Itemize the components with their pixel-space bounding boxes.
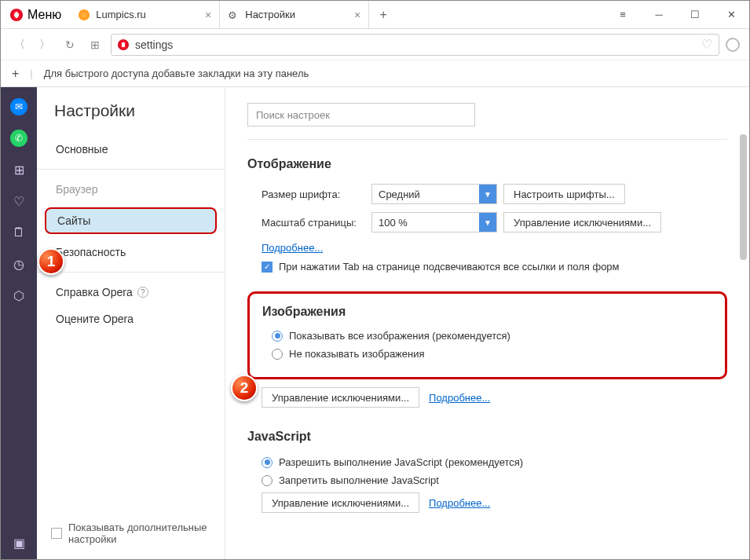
font-size-label: Размер шрифта: — [262, 188, 371, 200]
js-allow-radio[interactable]: Разрешить выполнение JavaScript (рекомен… — [262, 456, 727, 468]
sidebar-collapse-icon[interactable]: ▣ — [10, 534, 27, 551]
messenger-icon[interactable]: ✉ — [10, 98, 27, 115]
images-manage-exceptions-button[interactable]: Управление исключениями... — [262, 387, 419, 408]
url-text: settings — [135, 38, 695, 51]
tab-settings[interactable]: Настройки × — [220, 1, 369, 28]
back-button[interactable]: 〈 — [10, 35, 29, 54]
settings-search-input[interactable]: Поиск настроек — [247, 103, 475, 126]
news-icon[interactable]: 🗒 — [10, 224, 27, 241]
annotation-badge-1: 1 — [38, 248, 64, 275]
section-display-heading: Отображение — [247, 157, 727, 171]
js-manage-exceptions-button[interactable]: Управление исключениями... — [262, 492, 419, 513]
heart-sidebar-icon[interactable]: ♡ — [10, 192, 27, 210]
speed-dial-icon[interactable]: ⊞ — [10, 161, 27, 178]
manage-exceptions-button[interactable]: Управление исключениями... — [503, 212, 661, 232]
opera-icon — [10, 9, 23, 21]
favicon-icon — [79, 9, 90, 20]
forward-button[interactable]: 〉 — [35, 35, 54, 54]
menu-label: Меню — [27, 8, 61, 22]
settings-title: Настройки — [37, 101, 225, 136]
radio-checked-icon[interactable] — [272, 331, 283, 342]
tab-highlight-label: При нажатии Tab на странице подсвечивают… — [279, 261, 620, 273]
images-show-all-radio[interactable]: Показывать все изображения (рекомендуетс… — [272, 330, 712, 342]
whatsapp-icon[interactable]: ✆ — [10, 130, 27, 147]
sidebar-iconbar: ✉ ✆ ⊞ ♡ 🗒 ◷ ⬡ ▣ — [1, 87, 37, 560]
menu-button[interactable]: Меню — [1, 1, 71, 28]
annotation-badge-2: 2 — [231, 375, 258, 401]
advanced-settings-toggle[interactable]: Показывать дополнительные настройки — [37, 522, 225, 550]
close-icon[interactable]: × — [354, 9, 360, 21]
configure-fonts-button[interactable]: Настроить шрифты... — [503, 184, 625, 204]
close-window-icon[interactable]: ✕ — [713, 1, 749, 28]
checkbox-checked-icon[interactable]: ✓ — [262, 262, 273, 273]
window-controls: ≡ ─ ☐ ✕ — [605, 1, 749, 28]
new-tab-button[interactable]: + — [369, 1, 397, 28]
close-icon[interactable]: × — [205, 9, 211, 21]
page-zoom-label: Масштаб страницы: — [262, 217, 371, 229]
tab-label: Настройки — [245, 9, 295, 20]
reload-button[interactable]: ↻ — [60, 35, 79, 54]
profile-icon[interactable] — [726, 38, 740, 52]
chevron-down-icon: ▼ — [479, 213, 496, 232]
display-more-link[interactable]: Подробнее... — [262, 242, 323, 254]
nav-browser[interactable]: Браузер — [37, 176, 225, 203]
help-icon: ? — [137, 287, 148, 298]
radio-icon[interactable] — [262, 475, 273, 486]
minimize-icon[interactable]: ─ — [641, 1, 677, 28]
nav-basic[interactable]: Основные — [37, 136, 225, 163]
address-bar: 〈 〉 ↻ ⊞ settings ♡ — [1, 29, 749, 60]
page-zoom-select[interactable]: 100 % ▼ — [371, 212, 497, 232]
section-images-heading: Изображения — [262, 305, 712, 319]
font-size-select[interactable]: Средний ▼ — [371, 184, 497, 204]
images-more-link[interactable]: Подробнее... — [429, 392, 490, 404]
bookmarks-hint: Для быстрого доступа добавьте закладки н… — [44, 68, 309, 79]
scrollbar[interactable] — [740, 134, 747, 260]
radio-icon[interactable] — [272, 349, 283, 360]
nav-rate[interactable]: Оцените Opera — [37, 306, 225, 332]
section-javascript-heading: JavaScript — [247, 430, 727, 444]
add-bookmark-button[interactable]: + — [12, 67, 19, 81]
address-input[interactable]: settings ♡ — [111, 34, 719, 56]
settings-nav: Настройки Основные Браузер Сайты Безопас… — [37, 87, 225, 560]
images-section-highlight: Изображения Показывать все изображения (… — [247, 291, 727, 379]
tab-lumpics[interactable]: Lumpics.ru × — [71, 1, 220, 28]
clock-icon[interactable]: ◷ — [10, 255, 27, 273]
opera-icon — [118, 39, 129, 50]
heart-icon[interactable]: ♡ — [701, 37, 712, 52]
settings-content: Поиск настроек Отображение Размер шрифта… — [225, 87, 749, 560]
nav-help[interactable]: Справка Opera ? — [37, 279, 225, 306]
nav-security[interactable]: Безопасность — [37, 239, 225, 265]
js-block-radio[interactable]: Запретить выполнение JavaScript — [262, 474, 727, 486]
images-dont-show-radio[interactable]: Не показывать изображения — [272, 348, 712, 360]
titlebar: Меню Lumpics.ru × Настройки × + ≡ ─ ☐ ✕ — [1, 1, 749, 29]
gear-icon — [228, 9, 239, 20]
checkbox-icon[interactable] — [51, 528, 62, 539]
speed-dial-icon[interactable]: ⊞ — [86, 35, 104, 54]
chevron-down-icon: ▼ — [479, 185, 496, 203]
tabs-row: Lumpics.ru × Настройки × + — [71, 1, 605, 28]
window-menu-icon[interactable]: ≡ — [605, 1, 641, 28]
nav-sites[interactable]: Сайты — [45, 207, 217, 234]
bookmarks-bar: + | Для быстрого доступа добавьте заклад… — [1, 60, 749, 87]
maximize-icon[interactable]: ☐ — [677, 1, 713, 28]
main-area: ✉ ✆ ⊞ ♡ 🗒 ◷ ⬡ ▣ Настройки Основные Брауз… — [1, 87, 749, 560]
extensions-icon[interactable]: ⬡ — [10, 287, 27, 304]
js-more-link[interactable]: Подробнее... — [429, 497, 490, 509]
tab-label: Lumpics.ru — [96, 9, 146, 20]
radio-checked-icon[interactable] — [262, 457, 273, 468]
